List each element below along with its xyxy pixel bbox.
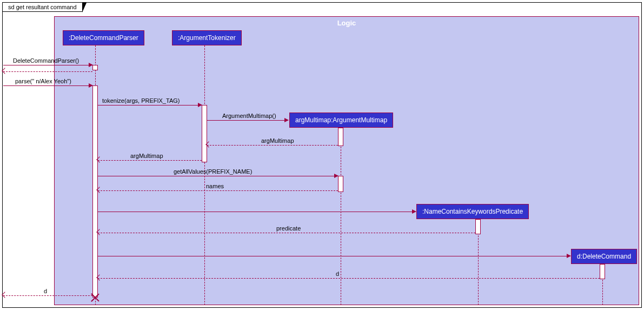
participant-label: :ArgumentTokenizer (178, 34, 236, 42)
msg-tokenize: tokenize(args, PREFIX_TAG) (98, 105, 202, 113)
msg-label: ArgumentMultimap() (222, 113, 276, 119)
msg-label: DeleteCommandParser() (13, 57, 79, 64)
msg-return-multimap-2: argMultimap (98, 160, 202, 168)
activation-dcp-2 (92, 85, 98, 298)
frame-title: sd get resultant command (7, 4, 78, 10)
activation-am-1 (338, 128, 343, 146)
msg-return-d: d (98, 278, 600, 286)
destroy-x-icon (91, 293, 99, 302)
participant-argument-multimap: argMultimap:ArgumentMultimap (289, 113, 393, 128)
participant-label: d:DeleteCommand (577, 253, 631, 260)
msg-get-all-values: getAllValues(PREFIX_NAME) (98, 176, 338, 183)
participant-name-contains-keywords-predicate: :NameContainsKeywordsPredicate (416, 204, 529, 219)
activation-dcp-1 (92, 65, 98, 70)
msg-label: names (206, 183, 224, 189)
msg-label: parse(" n/Alex Yeoh") (15, 78, 71, 84)
msg-argument-multimap: ArgumentMultimap() (207, 120, 288, 128)
msg-return-predicate: predicate (98, 233, 475, 240)
participant-argument-tokenizer: :ArgumentTokenizer (172, 30, 242, 45)
frame-title-tab: sd get resultant command (3, 3, 83, 12)
participant-delete-command: d:DeleteCommand (571, 249, 637, 264)
participant-label: :NameContainsKeywordsPredicate (422, 208, 523, 215)
msg-return-multimap-1: argMultimap (207, 145, 338, 153)
activation-am-2 (338, 176, 343, 192)
lifeline-at (204, 45, 205, 305)
msg-return-final: d (3, 295, 92, 303)
msg-label: d (44, 288, 47, 294)
msg-return-names: names (98, 190, 338, 198)
msg-create-predicate (98, 212, 416, 219)
msg-label: tokenize(args, PREFIX_TAG) (102, 97, 180, 104)
logic-title: Logic (337, 19, 356, 27)
msg-label: argMultimap (130, 153, 163, 159)
msg-parse: parse(" n/Alex Yeoh") (3, 85, 92, 93)
msg-create-delete-command (98, 256, 570, 263)
msg-label: d (336, 271, 339, 277)
activation-nckp (475, 219, 481, 234)
msg-label: argMultimap (261, 137, 294, 144)
participant-delete-command-parser: :DeleteCommandParser (63, 30, 144, 45)
msg-label: predicate (276, 225, 301, 232)
activation-dc (600, 264, 605, 279)
activation-at (202, 105, 207, 162)
participant-label: argMultimap:ArgumentMultimap (295, 116, 387, 124)
msg-label: getAllValues(PREFIX_NAME) (174, 168, 252, 175)
participant-label: :DeleteCommandParser (69, 34, 138, 42)
